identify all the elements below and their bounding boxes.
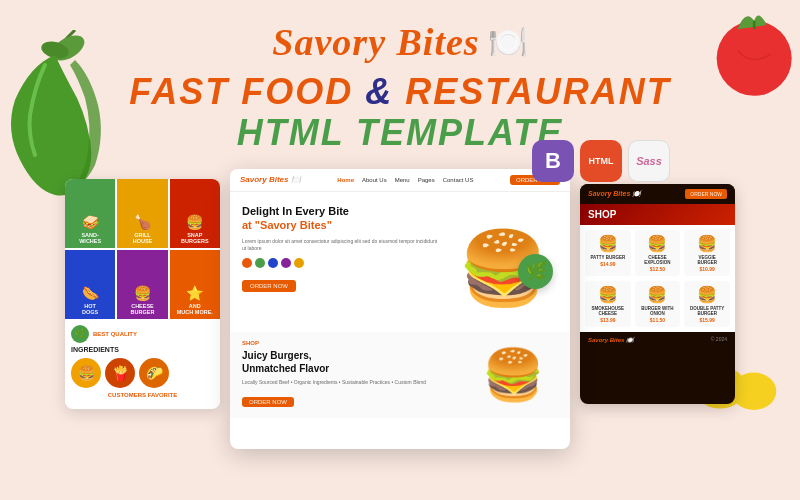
product-2-name: CHEESE EXPLOSION — [639, 255, 677, 265]
nav-home[interactable]: Home — [337, 177, 354, 183]
logo-text: Savory Bites — [272, 20, 479, 64]
product-5-img: 🍔 — [639, 285, 677, 304]
tech-badges: B HTML Sass — [532, 140, 670, 182]
hero-icon-2 — [255, 258, 265, 268]
product-3-price: $10.99 — [688, 266, 726, 272]
product-2: 🍔 CHEESE EXPLOSION $12.50 — [635, 230, 681, 276]
logo-area: Savory Bites 🍽️ — [0, 20, 800, 64]
hero-text: Delight In Every Bite at "Savory Bites" … — [242, 204, 438, 320]
center-section2: SHOP Juicy Burgers, Unmatched Flavor Loc… — [230, 332, 570, 418]
customers-label: CUSTOMERS FAVORITE — [71, 392, 214, 398]
nav-menu[interactable]: Menu — [395, 177, 410, 183]
product-3: 🍔 VEGGIE BURGER $10.99 — [684, 230, 730, 276]
category-cheeseburger: 🍔 CHEESEBURGER — [117, 250, 167, 319]
hero-icon-3 — [268, 258, 278, 268]
preview-right: Savory Bites 🍽️ ORDER NOW SHOP 🍔 PATTY B… — [580, 184, 735, 404]
html-label: HTML — [589, 156, 614, 166]
nav-pages[interactable]: Pages — [418, 177, 435, 183]
right-logo-icon: 🍽️ — [632, 190, 641, 197]
sass-badge: Sass — [628, 140, 670, 182]
category-grid: 🥪 SAND-WICHES 🍗 GRILLHOUSE 🍔 SNAPBURGERS… — [65, 179, 220, 319]
product-1: 🍔 PATTY BURGER $14.99 — [585, 230, 631, 276]
nav-contact[interactable]: Contact US — [443, 177, 474, 183]
section2-heading-line1: Juicy Burgers, — [242, 350, 311, 361]
food-item1: 🍔 — [71, 358, 101, 388]
tagline-line1: FAST FOOD & RESTAURANT — [0, 72, 800, 112]
grillhouse-label: GRILLHOUSE — [133, 232, 153, 244]
hero-heading-line1: Delight In Every Bite — [242, 205, 349, 217]
section2-cta-button[interactable]: ORDER NOW — [242, 397, 294, 407]
center-nav-links: Home About Us Menu Pages Contact US — [337, 177, 473, 183]
hero-icons — [242, 258, 438, 268]
section2-sub: Locally Sourced Beef • Organic Ingredien… — [242, 379, 458, 386]
product-1-img: 🍔 — [589, 234, 627, 253]
nav-about[interactable]: About Us — [362, 177, 387, 183]
right-nav-logo: Savory Bites 🍽️ — [588, 190, 641, 198]
right-bottom-logo: Savory Bites 🍽️ — [588, 336, 633, 343]
tagline-fastfood: FAST FOOD — [129, 71, 353, 112]
section2-text: SHOP Juicy Burgers, Unmatched Flavor Loc… — [242, 340, 458, 410]
section2-heading-line2: Unmatched Flavor — [242, 363, 329, 374]
section2-burger-image: 🍔 — [468, 340, 558, 410]
right-nav: Savory Bites 🍽️ ORDER NOW — [580, 184, 735, 204]
product-5-name: BURGER WITH ONION — [639, 306, 677, 316]
product-6-price: $15.99 — [688, 317, 726, 323]
product-1-price: $14.99 — [589, 261, 627, 267]
product-5-price: $11.50 — [639, 317, 677, 323]
hero-cta-button[interactable]: ORDER NOW — [242, 280, 296, 292]
right-grid-row1: 🍔 PATTY BURGER $14.99 🍔 CHEESE EXPLOSION… — [580, 225, 735, 281]
category-grillhouse: 🍗 GRILLHOUSE — [117, 179, 167, 248]
food-row: 🍔 🍟 🌮 — [71, 358, 214, 388]
bootstrap-icon: B — [545, 148, 561, 174]
sass-label: Sass — [636, 155, 662, 167]
right-shop-title: SHOP — [588, 209, 727, 220]
quality-label: BEST QUALITY — [93, 331, 137, 337]
snapburgers-label: SNAPBURGERS — [181, 232, 209, 244]
product-4-price: $13.99 — [589, 317, 627, 323]
product-4-name: SMOKEHOUSE CHEESE — [589, 306, 627, 316]
right-product-grid: 🍔 PATTY BURGER $14.99 🍔 CHEESE EXPLOSION… — [580, 225, 735, 347]
hero-icon-4 — [281, 258, 291, 268]
product-4: 🍔 SMOKEHOUSE CHEESE $13.99 — [585, 281, 631, 327]
tagline-connector: & — [365, 71, 405, 112]
preview-left: 🥪 SAND-WICHES 🍗 GRILLHOUSE 🍔 SNAPBURGERS… — [65, 179, 220, 409]
food-item2: 🍟 — [105, 358, 135, 388]
preview-section: 🥪 SAND-WICHES 🍗 GRILLHOUSE 🍔 SNAPBURGERS… — [0, 169, 800, 449]
hero-icon-1 — [242, 258, 252, 268]
product-4-img: 🍔 — [589, 285, 627, 304]
header: Savory Bites 🍽️ FAST FOOD & RESTAURANT H… — [0, 0, 800, 154]
float-badge: 🌿 — [518, 254, 553, 289]
right-logo-text: Savory Bites — [588, 190, 630, 197]
product-2-price: $12.50 — [639, 266, 677, 272]
section2-heading: Juicy Burgers, Unmatched Flavor — [242, 349, 458, 375]
center-hero: Delight In Every Bite at "Savory Bites" … — [230, 192, 570, 332]
center-logo-text: Savory Bites — [240, 175, 288, 184]
right-bottom-text: © 2024 — [711, 336, 727, 342]
right-grid-row2: 🍔 SMOKEHOUSE CHEESE $13.99 🍔 BURGER WITH… — [580, 281, 735, 332]
right-shop-banner: SHOP — [580, 204, 735, 225]
hero-heading: Delight In Every Bite at "Savory Bites" — [242, 204, 438, 233]
product-6-img: 🍔 — [688, 285, 726, 304]
center-nav-logo: Savory Bites 🍽️ — [240, 175, 301, 184]
tagline-line2: HTML TEMPLATE — [0, 112, 800, 154]
hero-icon-5 — [294, 258, 304, 268]
product-5: 🍔 BURGER WITH ONION $11.50 — [635, 281, 681, 327]
category-more: ⭐ ANDMUCH MORE. — [170, 250, 220, 319]
product-3-name: VEGGIE BURGER — [688, 255, 726, 265]
product-6: 🍔 DOUBLE PATTY BURGER $15.99 — [684, 281, 730, 327]
product-6-name: DOUBLE PATTY BURGER — [688, 306, 726, 316]
left-bottom-section: 🌿 BEST QUALITY INGREDIENTS 🍔 🍟 🌮 CUSTOME… — [65, 319, 220, 404]
right-cta[interactable]: ORDER NOW — [685, 189, 727, 199]
category-hotdogs: 🌭 HOTDOGS — [65, 250, 115, 319]
category-snapburgers: 🍔 SNAPBURGERS — [170, 179, 220, 248]
section2-label: SHOP — [242, 340, 458, 346]
hero-burger-image: 🍔 🌿 — [448, 204, 558, 334]
bootstrap-badge: B — [532, 140, 574, 182]
center-nav: Savory Bites 🍽️ Home About Us Menu Pages… — [230, 169, 570, 192]
sandwiches-label: SAND-WICHES — [79, 232, 101, 244]
tagline-restaurant: RESTAURANT — [405, 71, 670, 112]
product-1-name: PATTY BURGER — [589, 255, 627, 260]
left-icon1: 🌿 — [71, 325, 89, 343]
ingredients-label: INGREDIENTS — [71, 346, 214, 353]
preview-center: Savory Bites 🍽️ Home About Us Menu Pages… — [230, 169, 570, 449]
